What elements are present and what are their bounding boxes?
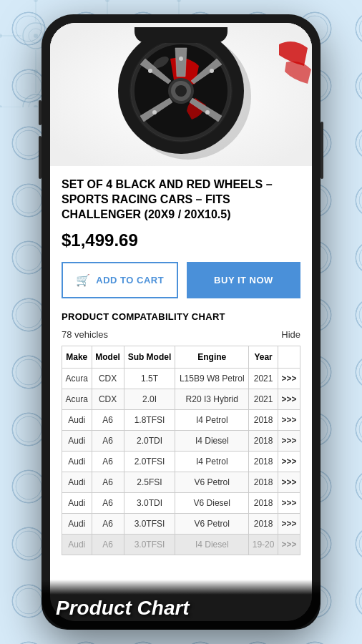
- table-cell-3-2: 2.0TDI: [124, 431, 175, 452]
- table-cell-5-5[interactable]: >>>: [278, 472, 300, 493]
- table-cell-3-1: A6: [92, 431, 124, 452]
- table-cell-8-5[interactable]: >>>: [278, 535, 300, 555]
- table-cell-2-2: 1.8TFSI: [124, 410, 175, 431]
- product-price: $1,499.69: [62, 230, 300, 250]
- svg-point-22: [210, 69, 214, 73]
- table-cell-7-0: Audi: [62, 514, 92, 535]
- table-cell-4-2: 2.0TFSI: [124, 452, 175, 472]
- product-image: [50, 23, 312, 166]
- col-header-year: Year: [249, 346, 278, 369]
- table-cell-1-0: Acura: [62, 389, 92, 410]
- table-cell-3-0: Audi: [62, 431, 92, 452]
- table-cell-2-0: Audi: [62, 410, 92, 431]
- phone-screen: SET OF 4 BLACK AND RED WHEELS – SPORTS R…: [50, 23, 312, 621]
- table-cell-1-1: CDX: [92, 389, 124, 410]
- table-cell-3-5[interactable]: >>>: [278, 431, 300, 452]
- table-cell-1-4: 2021: [249, 389, 278, 410]
- col-header-make: Make: [62, 346, 92, 369]
- table-row: AudiA63.0TFSII4 Diesel19-20>>>: [62, 535, 300, 555]
- phone-notch: [134, 27, 228, 43]
- table-row: AudiA62.0TFSII4 Petrol2018>>>: [62, 452, 300, 472]
- table-cell-4-3: I4 Petrol: [175, 452, 249, 472]
- table-cell-1-5[interactable]: >>>: [278, 389, 300, 410]
- table-cell-0-1: CDX: [92, 369, 124, 389]
- table-cell-2-3: I4 Petrol: [175, 410, 249, 431]
- table-cell-7-5[interactable]: >>>: [278, 514, 300, 535]
- table-cell-0-3: L15B9 W8 Petrol: [175, 369, 249, 389]
- table-cell-3-3: I4 Diesel: [175, 431, 249, 452]
- table-cell-7-4: 2018: [249, 514, 278, 535]
- hide-button[interactable]: Hide: [281, 329, 300, 340]
- table-cell-6-1: A6: [92, 493, 124, 514]
- table-cell-4-5[interactable]: >>>: [278, 452, 300, 472]
- table-cell-6-2: 3.0TDI: [124, 493, 175, 514]
- add-to-cart-label: ADD TO CART: [96, 275, 164, 286]
- compatibility-title: PRODUCT COMPATABILITY CHART: [62, 311, 300, 322]
- svg-point-20: [175, 85, 187, 97]
- table-cell-0-5[interactable]: >>>: [278, 369, 300, 389]
- table-cell-5-3: V6 Petrol: [175, 472, 249, 493]
- table-cell-6-0: Audi: [62, 493, 92, 514]
- col-header-link: [278, 346, 300, 369]
- table-row: AudiA61.8TFSII4 Petrol2018>>>: [62, 410, 300, 431]
- svg-point-25: [148, 69, 152, 73]
- compatibility-table: Make Model Sub Model Engine Year AcuraCD…: [62, 346, 300, 555]
- table-row: AudiA62.5FSIV6 Petrol2018>>>: [62, 472, 300, 493]
- add-to-cart-button[interactable]: 🛒 ADD TO CART: [62, 262, 178, 298]
- table-cell-3-4: 2018: [249, 431, 278, 452]
- volume-up-button: [39, 100, 41, 125]
- table-cell-0-2: 1.5T: [124, 369, 175, 389]
- table-cell-0-0: Acura: [62, 369, 92, 389]
- table-cell-2-1: A6: [92, 410, 124, 431]
- svg-point-24: [152, 110, 157, 114]
- table-cell-6-3: V6 Diesel: [175, 493, 249, 514]
- phone-frame: SET OF 4 BLACK AND RED WHEELS – SPORTS R…: [41, 14, 321, 630]
- col-header-model: Model: [92, 346, 124, 369]
- cart-icon: 🛒: [76, 273, 91, 287]
- table-cell-1-2: 2.0I: [124, 389, 175, 410]
- table-cell-8-3: I4 Diesel: [175, 535, 249, 555]
- table-cell-2-4: 2018: [249, 410, 278, 431]
- vehicles-count: 78 vehicles: [62, 329, 108, 340]
- table-cell-6-5[interactable]: >>>: [278, 493, 300, 514]
- table-cell-5-1: A6: [92, 472, 124, 493]
- table-row: AudiA63.0TFSIV6 Petrol2018>>>: [62, 514, 300, 535]
- table-cell-7-1: A6: [92, 514, 124, 535]
- table-cell-1-3: R20 I3 Hybrid: [175, 389, 249, 410]
- power-button: [321, 122, 323, 179]
- svg-point-23: [205, 110, 210, 114]
- table-row: AudiA63.0TDIV6 Diesel2018>>>: [62, 493, 300, 514]
- table-cell-7-3: V6 Petrol: [175, 514, 249, 535]
- table-row: AcuraCDX1.5TL15B9 W8 Petrol2021>>>: [62, 369, 300, 389]
- table-cell-2-5[interactable]: >>>: [278, 410, 300, 431]
- table-cell-8-4: 19-20: [249, 535, 278, 555]
- volume-down-button: [39, 136, 41, 179]
- vehicles-header: 78 vehicles Hide: [62, 329, 300, 340]
- product-content: SET OF 4 BLACK AND RED WHEELS – SPORTS R…: [50, 166, 312, 621]
- table-cell-4-4: 2018: [249, 452, 278, 472]
- action-buttons: 🛒 ADD TO CART BUY IT NOW: [62, 262, 300, 298]
- table-cell-8-1: A6: [92, 535, 124, 555]
- table-cell-8-0: Audi: [62, 535, 92, 555]
- table-cell-5-4: 2018: [249, 472, 278, 493]
- product-title: SET OF 4 BLACK AND RED WHEELS – SPORTS R…: [62, 177, 300, 222]
- table-cell-5-0: Audi: [62, 472, 92, 493]
- buy-now-button[interactable]: BUY IT NOW: [187, 262, 300, 298]
- svg-point-21: [179, 57, 183, 61]
- table-cell-5-2: 2.5FSI: [124, 472, 175, 493]
- table-cell-7-2: 3.0TFSI: [124, 514, 175, 535]
- col-header-engine: Engine: [175, 346, 249, 369]
- table-row: AudiA62.0TDII4 Diesel2018>>>: [62, 431, 300, 452]
- table-cell-0-4: 2021: [249, 369, 278, 389]
- table-cell-8-2: 3.0TFSI: [124, 535, 175, 555]
- table-cell-4-0: Audi: [62, 452, 92, 472]
- col-header-submodel: Sub Model: [124, 346, 175, 369]
- table-row: AcuraCDX2.0IR20 I3 Hybrid2021>>>: [62, 389, 300, 410]
- table-cell-6-4: 2018: [249, 493, 278, 514]
- table-cell-4-1: A6: [92, 452, 124, 472]
